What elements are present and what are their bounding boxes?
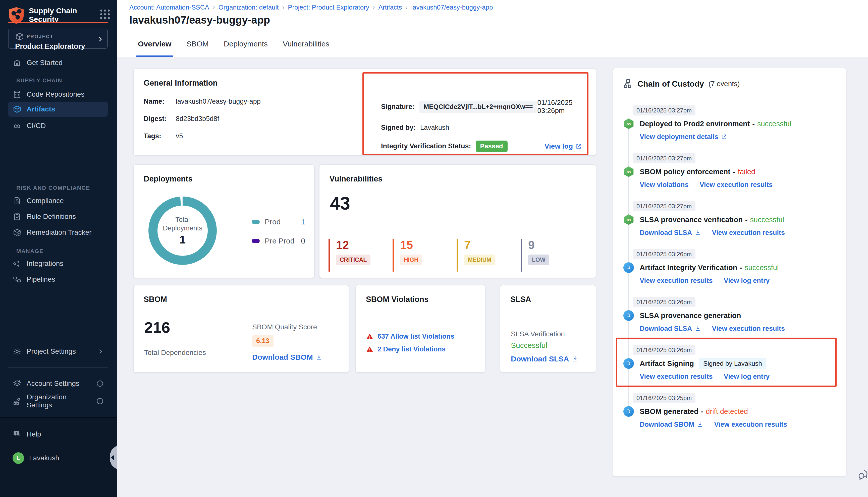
sidebar-item-rule-definitions[interactable]: Rule Definitions (8, 210, 108, 224)
breadcrumb-separator-icon: › (213, 3, 215, 11)
view-log-link[interactable]: View log (545, 142, 582, 150)
view-execution-results-link[interactable]: View execution results (714, 421, 787, 428)
view-log-entry-link[interactable]: View log entry (724, 277, 770, 285)
download-sbom-link[interactable]: Download SBOM (640, 421, 703, 428)
event-timestamp: 01/16/2025 03:26pm (633, 249, 696, 259)
sbom-quality-label: SBOM Quality Score (252, 323, 322, 331)
download-icon (695, 326, 701, 332)
chevron-right-icon (97, 348, 104, 355)
sidebar-user[interactable]: L Lavakush (8, 451, 108, 465)
sidebar-item-project-settings[interactable]: Project Settings (8, 344, 108, 358)
breadcrumb-organization[interactable]: Organization: default (219, 3, 279, 11)
chain-event-artifact-signing: 01/16/2025 03:26pm Artifact Signing Sign… (624, 345, 837, 381)
artifact-name: lavakush07/easy-buggy-app (176, 98, 261, 105)
warning-triangle-icon (366, 346, 374, 353)
section-supply-chain: SUPPLY CHAIN (16, 77, 62, 84)
sidebar-item-get-started[interactable]: Get Started (8, 56, 108, 70)
sbom-total: 216 (144, 318, 170, 336)
sidebar-item-integrations[interactable]: Integrations (8, 257, 108, 271)
sidebar-item-remediation-tracker[interactable]: Remediation Tracker (8, 225, 108, 240)
breadcrumb-artifacts[interactable]: Artifacts (378, 3, 402, 11)
download-icon (572, 355, 579, 363)
download-sbom-link[interactable]: Download SBOM (252, 353, 322, 361)
breadcrumb-separator-icon: › (373, 3, 375, 11)
signed-by-badge: Signed by Lavakush (699, 358, 766, 369)
vertical-divider (365, 94, 365, 145)
view-execution-results-link[interactable]: View execution results (712, 325, 785, 332)
legend-item-prod: Prod 1 (252, 218, 305, 226)
medium-badge: MEDIUM (464, 255, 495, 265)
download-slsa-link[interactable]: Download SLSA (511, 355, 579, 363)
tab-overview[interactable]: Overview (137, 38, 172, 57)
app-root: Supply Chain Security PROJECT Product Ex… (0, 0, 868, 497)
view-log-entry-link[interactable]: View log entry (724, 373, 770, 381)
breadcrumb-current-artifact[interactable]: lavakush07/easy-buggy-app (411, 3, 493, 11)
event-title: Artifact Signing (640, 359, 694, 368)
info-icon[interactable] (96, 380, 104, 387)
project-selector[interactable]: PROJECT Product Exploratory (8, 29, 108, 49)
section-risk-compliance: RISK AND COMPLIANCE (16, 185, 90, 191)
sidebar-item-compliance[interactable]: Compliance (8, 194, 108, 208)
digest-label: Digest: (144, 115, 176, 123)
view-execution-results-link[interactable]: View execution results (640, 277, 713, 285)
pipelines-icon (13, 275, 22, 284)
sbom-total-label: Total Dependencies (144, 349, 206, 357)
scan-icon (624, 262, 634, 273)
severity-critical: 12 CRITICAL (328, 239, 393, 272)
card-title: Vulnerabilities (330, 174, 586, 184)
allow-list-violations-row: 637 Allow list Violations (366, 332, 454, 340)
sidebar-item-account-settings[interactable]: Account Settings (8, 377, 108, 390)
signature-value[interactable]: MEQCICde2VjIT...bL+2+mqnOXw== (419, 101, 537, 113)
sidebar-item-label: Help (27, 430, 41, 438)
tab-sbom[interactable]: SBOM (186, 38, 209, 57)
view-execution-results-link[interactable]: View execution results (640, 373, 713, 381)
app-grid-icon[interactable] (100, 10, 110, 19)
download-slsa-link[interactable]: Download SLSA (640, 325, 701, 332)
event-status: successful (745, 264, 779, 272)
right-rail-divider (850, 0, 850, 497)
card-title: SBOM (144, 295, 338, 304)
section-manage: MANAGE (16, 248, 44, 255)
donut-center-label: Deployments (163, 224, 202, 232)
tab-vulnerabilities[interactable]: Vulnerabilities (282, 38, 330, 57)
chain-event-sbom-generated: 01/16/2025 03:25pm SBOM generated - drif… (624, 393, 837, 428)
view-violations-link[interactable]: View violations (640, 181, 689, 189)
scan-icon (624, 358, 634, 369)
sidebar-item-artifacts[interactable]: Artifacts (8, 102, 108, 117)
sidebar-item-label: Project Settings (27, 347, 76, 355)
breadcrumb-separator-icon: › (406, 3, 408, 11)
artifact-tags: v5 (176, 132, 183, 140)
help-chat-icon: ? (13, 430, 22, 439)
view-deployment-details-link[interactable]: View deployment details (640, 133, 727, 141)
chain-events-count: (7 events) (709, 80, 740, 88)
cd-module-icon: ∞ (624, 118, 634, 129)
sidebar-item-organization-settings[interactable]: Organization Settings (8, 394, 108, 408)
sidebar-item-label: Compliance (27, 197, 64, 205)
severity-high: 15 HIGH (393, 239, 457, 272)
preprod-swatch-icon (252, 239, 260, 243)
card-title: General Information (144, 79, 586, 88)
signature-timestamp: 01/16/2025 03:26pm (537, 99, 582, 115)
card-title: SLSA (510, 295, 586, 304)
allow-list-violations-link[interactable]: 637 Allow list Violations (378, 332, 454, 340)
view-execution-results-link[interactable]: View execution results (712, 229, 785, 237)
sidebar-item-code-repositories[interactable]: Code Repositories (8, 87, 108, 101)
breadcrumb-project[interactable]: Project: Product Exploratory (288, 3, 369, 11)
chat-bubbles-icon[interactable] (857, 469, 868, 481)
svg-text:?: ? (16, 431, 17, 435)
deployments-donut-chart: Total Deployments 1 (145, 193, 220, 268)
info-icon[interactable] (96, 397, 104, 405)
deny-list-violations-row: 2 Deny list Violations (366, 345, 454, 353)
view-execution-results-link[interactable]: View execution results (700, 181, 773, 189)
sidebar-item-help[interactable]: ? Help (8, 427, 108, 441)
remediation-box-icon (13, 228, 22, 237)
sidebar-item-pipelines[interactable]: Pipelines (8, 272, 108, 286)
event-timestamp: 01/16/2025 03:27pm (633, 105, 696, 115)
download-slsa-link[interactable]: Download SLSA (640, 229, 701, 237)
sidebar-item-cicd[interactable]: ∞ CI/CD (8, 119, 108, 133)
deny-list-violations-link[interactable]: 2 Deny list Violations (378, 345, 446, 353)
sidebar-item-label: CI/CD (27, 122, 46, 130)
artifacts-box-icon (13, 105, 22, 114)
breadcrumb-account[interactable]: Account: Automation-SSCA (129, 3, 209, 11)
tab-deployments[interactable]: Deployments (223, 38, 268, 57)
